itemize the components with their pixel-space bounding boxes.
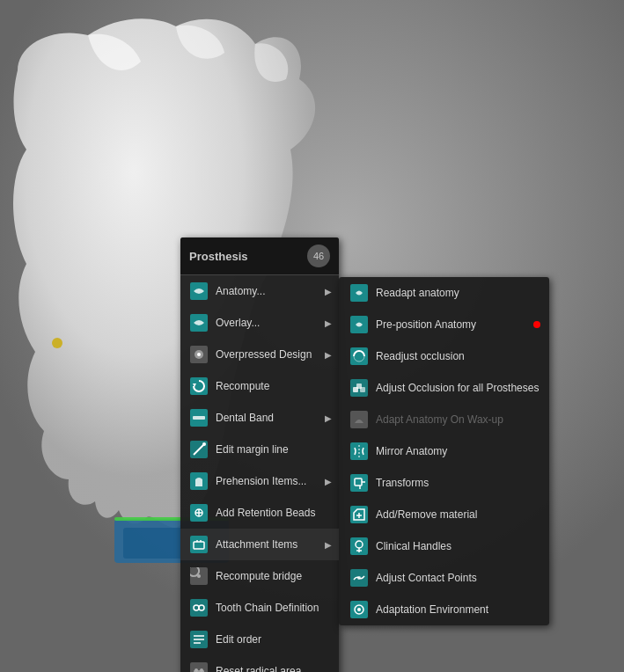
dental-band-arrow: ▶ xyxy=(325,413,332,423)
menu-item-recompute-bridge[interactable]: Recompute bridge xyxy=(180,560,339,592)
edit-order-icon xyxy=(189,630,209,649)
recompute-bridge-icon xyxy=(189,566,209,586)
submenu-item-clinical[interactable]: Clinical Handles xyxy=(339,530,549,562)
anatomy-icon xyxy=(189,281,209,301)
adjust-contact-label: Adjust Contact Points xyxy=(376,572,477,584)
overpressed-icon xyxy=(189,345,209,364)
main-menu: Prosthesis 46 Anatomy... ▶ Overlay... ▶ … xyxy=(180,237,339,672)
transforms-label: Transforms xyxy=(376,477,429,489)
attachment-icon xyxy=(189,535,209,554)
overpressed-arrow: ▶ xyxy=(325,350,332,360)
readjust-label: Readjust occlusion xyxy=(376,350,465,362)
anatomy-label: Anatomy... xyxy=(216,285,265,297)
svg-rect-49 xyxy=(350,474,368,492)
submenu-item-mirror[interactable]: Mirror Anatomy xyxy=(339,435,549,467)
submenu-item-transforms[interactable]: Transforms xyxy=(339,467,549,499)
adapt-wax-label: Adapt Anatomy On Wax-up xyxy=(376,413,503,426)
menu-badge: 46 xyxy=(307,245,330,267)
context-menu-container: Prosthesis 46 Anatomy... ▶ Overlay... ▶ … xyxy=(180,237,549,672)
adjust-contact-icon xyxy=(349,568,369,588)
adaptation-label: Adaptation Environment xyxy=(376,603,488,616)
reset-radical-icon xyxy=(189,661,209,672)
transforms-icon xyxy=(349,473,369,493)
prehension-arrow: ▶ xyxy=(325,477,332,486)
svg-point-4 xyxy=(52,338,62,348)
recompute-icon xyxy=(189,376,209,396)
menu-header: Prosthesis 46 xyxy=(180,237,339,275)
overpressed-label: Overpressed Design xyxy=(216,348,312,361)
overlay-label: Overlay... xyxy=(216,317,260,329)
menu-item-overpressed[interactable]: Overpressed Design ▶ xyxy=(180,339,339,370)
submenu: Readapt anatomy Pre-position Anatomy Rea… xyxy=(339,277,549,625)
attachment-label: Attachment Items xyxy=(216,538,297,551)
clinical-label: Clinical Handles xyxy=(376,540,451,552)
submenu-item-preposition[interactable]: Pre-position Anatomy xyxy=(339,309,549,340)
clinical-icon xyxy=(349,537,369,556)
menu-title: Prosthesis xyxy=(189,250,247,263)
adapt-wax-icon xyxy=(349,410,369,429)
submenu-item-add-remove[interactable]: Add/Remove material xyxy=(339,499,549,530)
svg-point-37 xyxy=(195,668,198,672)
recompute-bridge-label: Recompute bridge xyxy=(216,570,302,582)
menu-item-edit-margin[interactable]: Edit margin line xyxy=(180,434,339,465)
svg-rect-13 xyxy=(193,416,205,420)
menu-item-tooth-chain[interactable]: Tooth Chain Definition xyxy=(180,592,339,624)
dental-band-label: Dental Band xyxy=(216,412,274,424)
menu-item-anatomy[interactable]: Anatomy... ▶ xyxy=(180,275,339,307)
edit-order-label: Edit order xyxy=(216,633,261,646)
menu-item-recompute[interactable]: Recompute xyxy=(180,370,339,402)
preposition-label: Pre-position Anatomy xyxy=(376,318,476,331)
recompute-label: Recompute xyxy=(216,380,269,392)
mirror-label: Mirror Anatomy xyxy=(376,445,447,457)
submenu-item-readapt[interactable]: Readapt anatomy xyxy=(339,277,549,309)
svg-point-64 xyxy=(357,608,361,611)
prehension-label: Prehension Items... xyxy=(216,475,306,487)
submenu-item-adjust-all[interactable]: Adjust Occlusion for all Prostheses xyxy=(339,372,549,404)
menu-item-prehension[interactable]: Prehension Items... ▶ xyxy=(180,465,339,497)
menu-item-edit-order[interactable]: Edit order xyxy=(180,624,339,655)
svg-point-38 xyxy=(200,668,203,672)
add-remove-icon xyxy=(349,505,369,524)
preposition-icon xyxy=(349,315,369,334)
svg-point-15 xyxy=(202,442,206,446)
menu-item-attachment[interactable]: Attachment Items ▶ xyxy=(180,529,339,560)
menu-item-reset-radical[interactable]: Reset radical area xyxy=(180,655,339,672)
attachment-arrow: ▶ xyxy=(325,540,332,550)
add-retention-icon xyxy=(189,503,209,522)
add-retention-label: Add Retention Beads xyxy=(216,507,315,519)
svg-rect-21 xyxy=(190,536,208,553)
svg-point-9 xyxy=(197,353,201,356)
menu-item-add-retention[interactable]: Add Retention Beads xyxy=(180,497,339,529)
submenu-item-readjust[interactable]: Readjust occlusion xyxy=(339,340,549,372)
edit-margin-label: Edit margin line xyxy=(216,443,289,456)
prehension-icon xyxy=(189,471,209,491)
submenu-item-adjust-contact[interactable]: Adjust Contact Points xyxy=(339,562,549,594)
readapt-label: Readapt anatomy xyxy=(376,287,459,299)
tooth-chain-icon xyxy=(189,598,209,617)
add-remove-label: Add/Remove material xyxy=(376,508,477,521)
svg-rect-45 xyxy=(356,383,362,389)
submenu-item-adapt-wax: Adapt Anatomy On Wax-up xyxy=(339,404,549,435)
red-dot-indicator xyxy=(533,321,540,328)
adjust-all-icon xyxy=(349,378,369,398)
mirror-icon xyxy=(349,442,369,461)
edit-margin-icon xyxy=(189,440,209,459)
tooth-chain-label: Tooth Chain Definition xyxy=(216,602,319,614)
overlay-arrow: ▶ xyxy=(325,318,332,328)
menu-item-dental-band[interactable]: Dental Band ▶ xyxy=(180,402,339,434)
reset-radical-label: Reset radical area xyxy=(216,665,301,672)
readapt-icon xyxy=(349,283,369,303)
dental-band-icon xyxy=(189,408,209,427)
svg-point-61 xyxy=(357,576,361,580)
adaptation-icon xyxy=(349,600,369,619)
menu-item-overlay[interactable]: Overlay... ▶ xyxy=(180,307,339,339)
adjust-all-label: Adjust Occlusion for all Prostheses xyxy=(376,382,539,394)
svg-point-26 xyxy=(197,574,201,578)
anatomy-arrow: ▶ xyxy=(325,287,332,296)
readjust-icon xyxy=(349,347,369,366)
overlay-icon xyxy=(189,313,209,332)
submenu-item-adaptation[interactable]: Adaptation Environment xyxy=(339,594,549,625)
